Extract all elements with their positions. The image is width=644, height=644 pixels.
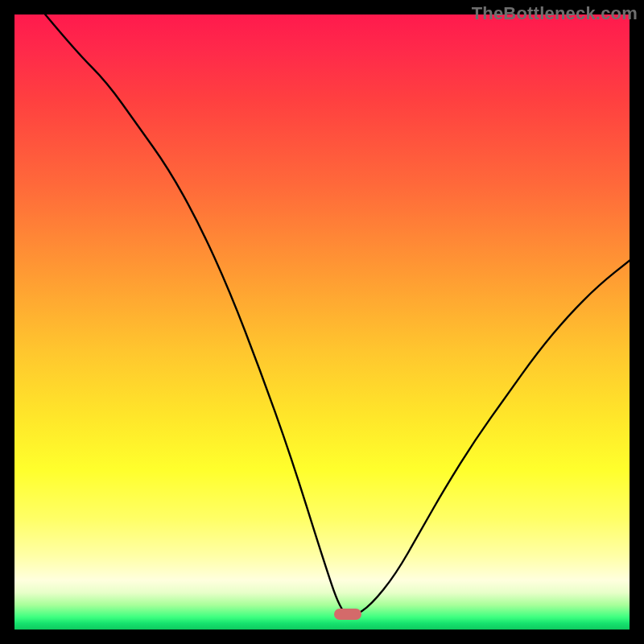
- plot-area: [14, 14, 630, 630]
- optimal-point-marker: [334, 609, 361, 620]
- watermark-text: TheBottleneck.com: [472, 3, 638, 24]
- bottleneck-curve: [14, 14, 630, 630]
- chart-frame: TheBottleneck.com: [0, 0, 644, 644]
